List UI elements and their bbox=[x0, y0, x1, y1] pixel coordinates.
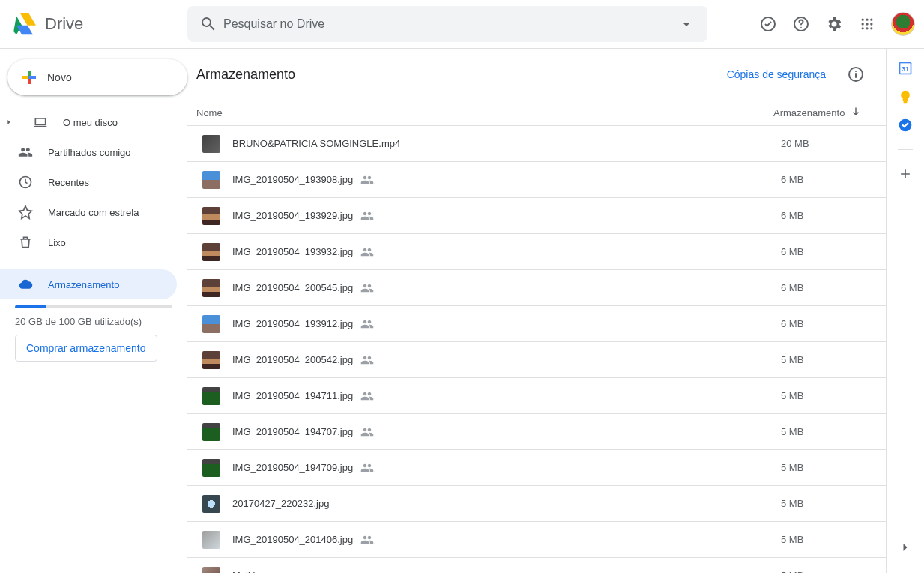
file-size: 6 MB bbox=[781, 246, 871, 257]
calendar-app-icon[interactable]: 31 bbox=[898, 61, 913, 76]
hide-panel-icon[interactable] bbox=[893, 536, 917, 560]
sidebar-item-label: O meu disco bbox=[63, 117, 118, 128]
keep-app-icon[interactable] bbox=[898, 89, 913, 104]
buy-storage-button[interactable]: Comprar armazenamento bbox=[15, 334, 157, 362]
sidebar-item-storage[interactable]: Armazenamento bbox=[0, 269, 177, 299]
file-list[interactable]: BRUNO&PATRICIA SOMGINGLE.mp420 MBIMG_201… bbox=[187, 126, 886, 573]
drive-logo-icon bbox=[9, 9, 39, 39]
file-row[interactable]: IMG_20190504_193929.jpg6 MB bbox=[187, 198, 886, 234]
file-row[interactable]: IMG_20190504_200545.jpg6 MB bbox=[187, 270, 886, 306]
file-thumbnail bbox=[202, 567, 220, 574]
columns-header: Nome Armazenamento bbox=[187, 100, 886, 126]
file-thumbnail bbox=[202, 351, 220, 369]
offline-status-icon[interactable] bbox=[753, 9, 783, 39]
shared-indicator-icon bbox=[360, 281, 374, 295]
file-row[interactable]: IMG_20190504_193908.jpg6 MB bbox=[187, 162, 886, 198]
svg-point-7 bbox=[866, 22, 868, 25]
page-title: Armazenamento bbox=[196, 67, 727, 82]
search-input[interactable] bbox=[223, 17, 671, 31]
brand-area[interactable]: Drive bbox=[9, 9, 187, 39]
shared-indicator-icon bbox=[360, 389, 374, 403]
file-size: 5 MB bbox=[781, 354, 871, 365]
header-actions bbox=[753, 9, 918, 39]
shared-indicator-icon bbox=[360, 461, 374, 475]
file-size: 5 MB bbox=[781, 534, 871, 545]
info-icon[interactable] bbox=[841, 59, 871, 89]
settings-gear-icon[interactable] bbox=[819, 9, 849, 39]
file-name: 20170427_220232.jpg bbox=[232, 498, 329, 509]
shared-indicator-icon bbox=[360, 245, 374, 259]
clock-icon bbox=[18, 175, 33, 190]
caret-right-icon bbox=[4, 118, 13, 126]
file-name: IMG_20190504_193908.jpg bbox=[232, 174, 353, 185]
account-avatar[interactable] bbox=[891, 12, 915, 36]
file-thumbnail bbox=[202, 315, 220, 333]
svg-point-15 bbox=[855, 70, 857, 72]
svg-point-10 bbox=[866, 27, 868, 29]
sidebar-item-my-drive[interactable]: O meu disco bbox=[0, 107, 177, 137]
svg-rect-12 bbox=[28, 76, 31, 79]
file-thumbnail bbox=[202, 243, 220, 261]
backups-link[interactable]: Cópias de segurança bbox=[727, 68, 826, 80]
file-thumbnail bbox=[202, 531, 220, 549]
tasks-app-icon[interactable] bbox=[898, 118, 913, 133]
storage-bar bbox=[15, 305, 172, 308]
column-name[interactable]: Nome bbox=[196, 107, 773, 118]
storage-usage-text: 20 GB de 100 GB utilizado(s) bbox=[15, 316, 172, 327]
file-name: IMG_20190504_194707.jpg bbox=[232, 426, 353, 437]
file-row[interactable]: 20170427_220232.jpg5 MB bbox=[187, 486, 886, 522]
file-thumbnail bbox=[202, 279, 220, 297]
search-options-icon[interactable] bbox=[671, 9, 701, 39]
file-row[interactable]: IMG_20190504_194709.jpg5 MB bbox=[187, 450, 886, 486]
file-name: IMG_20190504_200542.jpg bbox=[232, 354, 353, 365]
star-icon bbox=[18, 205, 33, 220]
svg-text:31: 31 bbox=[902, 65, 909, 73]
file-name: IMG_20190504_200545.jpg bbox=[232, 282, 353, 293]
file-thumbnail bbox=[202, 135, 220, 153]
svg-rect-19 bbox=[904, 101, 908, 104]
main-panel: Armazenamento Cópias de segurança Nome A… bbox=[187, 49, 887, 573]
svg-point-9 bbox=[862, 27, 864, 29]
file-row[interactable]: IMG_20190504_194711.jpg5 MB bbox=[187, 378, 886, 414]
file-size: 20 MB bbox=[781, 138, 871, 149]
svg-point-11 bbox=[870, 27, 872, 29]
plus-icon bbox=[20, 68, 38, 86]
storage-meter: 20 GB de 100 GB utilizado(s) Comprar arm… bbox=[0, 302, 187, 362]
side-rail: 31 bbox=[887, 49, 924, 573]
file-row[interactable]: IMG_20190504_194707.jpg5 MB bbox=[187, 414, 886, 450]
file-row[interactable]: Meli.jpg5 MB bbox=[187, 558, 886, 573]
file-row[interactable]: IMG_20190504_193912.jpg6 MB bbox=[187, 306, 886, 342]
sidebar: Novo O meu disco Partilhados comigo Rece… bbox=[0, 49, 187, 573]
brand-text: Drive bbox=[45, 14, 83, 34]
file-row[interactable]: IMG_20190504_200542.jpg5 MB bbox=[187, 342, 886, 378]
file-row[interactable]: IMG_20190504_193932.jpg6 MB bbox=[187, 234, 886, 270]
new-button[interactable]: Novo bbox=[7, 59, 187, 95]
shared-indicator-icon bbox=[360, 317, 374, 331]
sidebar-item-starred[interactable]: Marcado com estrela bbox=[0, 197, 177, 227]
sidebar-item-shared[interactable]: Partilhados comigo bbox=[0, 137, 177, 167]
file-row[interactable]: IMG_20190504_201406.jpg5 MB bbox=[187, 522, 886, 558]
apps-grid-icon[interactable] bbox=[852, 9, 882, 39]
shared-indicator-icon bbox=[360, 425, 374, 439]
file-size: 5 MB bbox=[781, 390, 871, 401]
shared-indicator-icon bbox=[360, 533, 374, 547]
column-storage-label: Armazenamento bbox=[773, 107, 845, 118]
sidebar-item-trash[interactable]: Lixo bbox=[0, 227, 177, 257]
file-size: 5 MB bbox=[781, 498, 871, 509]
svg-point-5 bbox=[870, 18, 872, 20]
file-size: 5 MB bbox=[781, 570, 871, 573]
help-icon[interactable] bbox=[786, 9, 816, 39]
sidebar-item-label: Recentes bbox=[48, 177, 89, 188]
file-thumbnail bbox=[202, 495, 220, 513]
get-addons-icon[interactable] bbox=[898, 166, 913, 182]
file-name: Meli.jpg bbox=[232, 570, 266, 573]
svg-point-6 bbox=[862, 22, 864, 25]
column-storage[interactable]: Armazenamento bbox=[773, 106, 871, 119]
trash-icon bbox=[18, 235, 33, 250]
svg-point-4 bbox=[866, 18, 868, 20]
buy-storage-label: Comprar armazenamento bbox=[26, 342, 146, 354]
search-bar[interactable] bbox=[187, 6, 707, 42]
search-icon[interactable] bbox=[193, 9, 223, 39]
file-row[interactable]: BRUNO&PATRICIA SOMGINGLE.mp420 MB bbox=[187, 126, 886, 162]
sidebar-item-recent[interactable]: Recentes bbox=[0, 167, 177, 197]
